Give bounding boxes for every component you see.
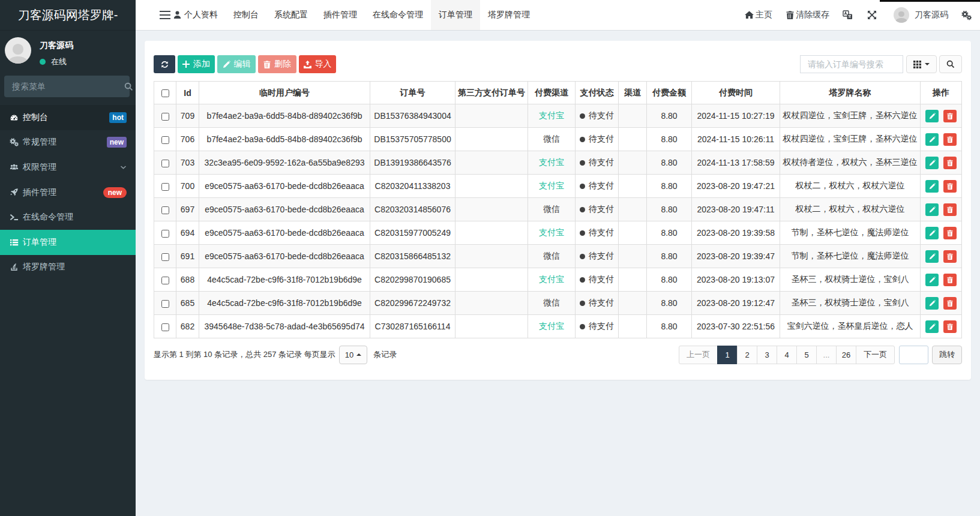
page-button[interactable]: 2 [737,346,757,364]
row-edit-button[interactable] [925,157,939,169]
sidebar-toggle-button[interactable] [160,0,170,30]
row-delete-button[interactable] [943,203,957,216]
col-operations[interactable]: 操作 [921,82,962,104]
clear-cache-link[interactable]: 清除缓存 [786,10,829,20]
pencil-icon [929,136,936,143]
sidebar-item-general[interactable]: 常规管理 new [0,130,136,155]
page-button[interactable]: 4 [777,346,797,364]
row-delete-button[interactable] [943,297,957,310]
row-checkbox[interactable] [161,113,169,121]
new-badge: new [103,187,127,198]
delete-button[interactable]: 删除 [258,55,296,73]
row-delete-button[interactable] [943,180,957,193]
table-header-row: Id 临时用户编号 订单号 第三方支付订单号 付费渠道 支付状态 渠道 付费金额… [154,82,962,104]
search-button[interactable] [939,55,962,73]
top-black-strip [880,0,980,2]
sidebar-item-tarot[interactable]: 塔罗牌管理 [0,255,136,280]
col-channel[interactable]: 渠道 [619,82,647,104]
row-checkbox[interactable] [161,230,169,238]
page-button[interactable]: 3 [757,346,777,364]
cell-user-uuid: 32c3ea95-6e09-9592-162a-6a55ba9e8293 [199,151,370,175]
page-button[interactable]: 1 [717,346,738,364]
sidebar-item-permissions[interactable]: 权限管理 [0,155,136,180]
row-delete-button[interactable] [943,274,957,286]
edit-button[interactable]: 编辑 [217,55,256,73]
col-pay-channel[interactable]: 付费渠道 [528,82,576,104]
col-id[interactable]: Id [176,82,199,104]
row-delete-button[interactable] [943,320,957,333]
cell-channel [619,198,647,221]
row-delete-button[interactable] [943,157,957,169]
col-order-no[interactable]: 订单号 [370,82,455,104]
row-delete-button[interactable] [943,227,957,239]
tab-commands[interactable]: 在线命令管理 [365,0,431,30]
row-edit-button[interactable] [925,203,939,216]
fullscreen-button[interactable] [867,10,877,20]
user-avatar[interactable] [5,37,31,64]
order-search-input[interactable] [800,55,903,73]
language-button[interactable] [843,10,853,20]
sidebar-item-commands[interactable]: 在线命令管理 [0,205,136,230]
jump-button[interactable]: 跳转 [932,346,962,364]
col-user-uuid[interactable]: 临时用户编号 [199,82,370,104]
jump-page-input[interactable] [899,346,928,364]
add-button[interactable]: 添加 [178,55,215,73]
row-checkbox[interactable] [161,277,169,284]
row-checkbox[interactable] [161,323,169,331]
cell-amount: 8.80 [647,245,692,268]
row-checkbox[interactable] [161,253,169,261]
row-edit-button[interactable] [925,274,939,286]
col-third-party-no[interactable]: 第三方支付订单号 [455,82,528,104]
caret-down-icon [925,63,930,65]
trash-icon [947,277,953,283]
row-checkbox[interactable] [161,160,169,167]
settings-button[interactable] [961,10,973,20]
select-all-checkbox[interactable] [161,89,169,97]
tab-dashboard[interactable]: 控制台 [226,0,266,30]
col-tarot-name[interactable]: 塔罗牌名称 [780,82,921,104]
cell-id: 682 [176,315,199,338]
col-pay-status[interactable]: 支付状态 [576,82,619,104]
tab-system-config[interactable]: 系统配置 [266,0,316,30]
tab-plugins[interactable]: 插件管理 [316,0,365,30]
sidebar-item-orders[interactable]: 订单管理 [0,230,136,255]
page-button[interactable]: 26 [836,346,856,364]
row-edit-button[interactable] [925,110,939,122]
prev-page-button[interactable]: 上一页 [679,346,718,364]
row-delete-button[interactable] [943,250,957,263]
col-amount[interactable]: 付费金额 [647,82,692,104]
row-edit-button[interactable] [925,180,939,193]
row-edit-button[interactable] [925,320,939,333]
tab-orders[interactable]: 订单管理 [431,0,480,30]
tab-profile[interactable]: 个人资料 [170,0,226,30]
tab-tarot[interactable]: 塔罗牌管理 [480,0,538,30]
menu-search-input[interactable] [4,82,124,91]
cell-amount: 8.80 [647,292,692,315]
row-delete-button[interactable] [943,110,957,122]
home-link[interactable]: 主页 [745,10,772,20]
row-checkbox[interactable] [161,136,169,144]
summary-text: 显示第 1 到第 10 条记录，总共 257 条记录 每页显示 [154,349,335,360]
row-checkbox[interactable] [161,206,169,214]
row-delete-button[interactable] [943,133,957,146]
page-size-button[interactable]: 10 [339,346,367,364]
columns-button[interactable] [906,55,937,73]
search-icon[interactable] [124,82,133,91]
sidebar-item-dashboard[interactable]: 控制台 hot [0,105,136,130]
refresh-button[interactable] [154,55,175,73]
import-button[interactable]: 导入 [299,55,336,73]
sidebar-item-plugins[interactable]: 插件管理 new [0,180,136,205]
row-checkbox[interactable] [161,183,169,191]
app-logo[interactable]: 刀客源码网塔罗牌- [0,0,136,31]
user-menu[interactable]: 刀客源码 [894,7,948,23]
row-checkbox[interactable] [161,300,169,308]
row-edit-button[interactable] [925,227,939,239]
row-edit-button[interactable] [925,133,939,146]
next-page-button[interactable]: 下一页 [856,346,895,364]
cell-order-no: C820299870190685 [370,268,455,292]
page-ellipsis[interactable]: ... [816,346,837,364]
page-button[interactable]: 5 [796,346,817,364]
row-edit-button[interactable] [925,250,939,263]
row-edit-button[interactable] [925,297,939,310]
col-pay-time[interactable]: 付费时间 [692,82,780,104]
